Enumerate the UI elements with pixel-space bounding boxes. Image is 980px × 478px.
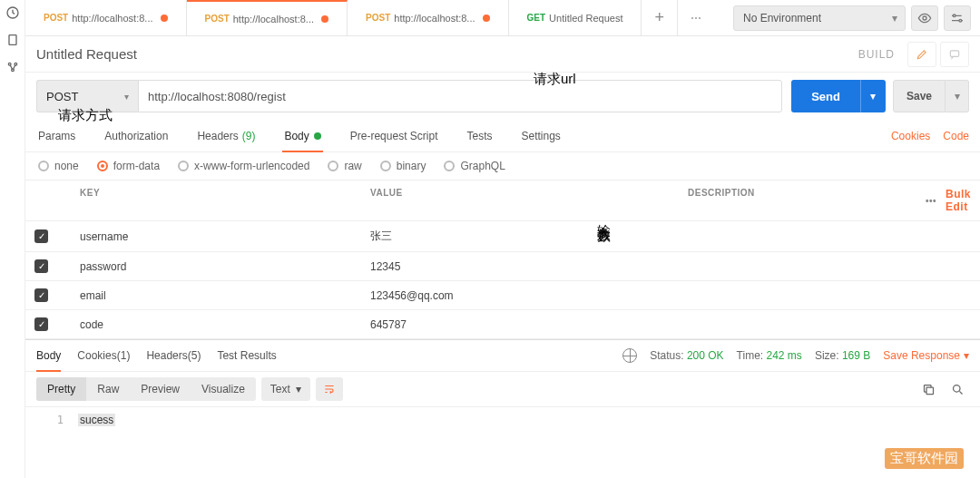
tab-item-active[interactable]: POST http://localhost:8... bbox=[187, 0, 348, 35]
environment-select[interactable]: No Environment bbox=[733, 5, 906, 31]
cell-key[interactable]: code bbox=[71, 310, 361, 338]
tab-params[interactable]: Params bbox=[36, 120, 77, 151]
edit-icon[interactable] bbox=[907, 42, 936, 67]
cell-value[interactable]: 645787 bbox=[361, 310, 679, 338]
body-type-graphql[interactable]: GraphQL bbox=[444, 160, 505, 172]
response-body: 1 sucess bbox=[25, 407, 980, 433]
body-type-raw[interactable]: raw bbox=[328, 160, 361, 172]
body-type-binary[interactable]: binary bbox=[380, 160, 426, 172]
tab-method: POST bbox=[44, 13, 68, 23]
line-number: 1 bbox=[25, 411, 78, 429]
table-options-icon[interactable]: ••• bbox=[926, 196, 936, 206]
svg-point-4 bbox=[11, 69, 14, 72]
tab-method: POST bbox=[205, 14, 230, 24]
globe-icon[interactable] bbox=[622, 348, 637, 363]
title-row: Untitled Request BUILD bbox=[25, 36, 980, 73]
view-mode-segmented: Pretty Raw Preview Visualize bbox=[36, 377, 256, 401]
resp-tab-testresults[interactable]: Test Results bbox=[217, 340, 276, 371]
body-type-urlencoded[interactable]: x-www-form-urlencoded bbox=[178, 160, 309, 172]
table-row[interactable]: password 12345 bbox=[25, 252, 980, 281]
col-value: VALUE bbox=[361, 180, 679, 220]
save-response-dropdown[interactable]: Save Response ▾ bbox=[883, 349, 969, 362]
view-visualize[interactable]: Visualize bbox=[191, 377, 256, 401]
cookies-link[interactable]: Cookies bbox=[891, 130, 930, 142]
table-row[interactable]: username 张三 bbox=[25, 221, 980, 252]
watermark: 宝哥软件园 bbox=[885, 448, 964, 469]
tab-label: http://localhost:8... bbox=[233, 14, 314, 24]
tab-item[interactable]: POST http://localhost:8... bbox=[25, 0, 187, 35]
cell-value[interactable]: 12345 bbox=[361, 252, 679, 280]
cell-description[interactable] bbox=[679, 281, 916, 309]
response-text[interactable]: sucess bbox=[78, 411, 115, 429]
request-url-row: POST Send ▾ Save ▾ 请求url 请求方式 bbox=[25, 73, 980, 120]
body-type-none[interactable]: none bbox=[38, 160, 79, 172]
response-toolbar: Pretty Raw Preview Visualize Text ▾ bbox=[25, 372, 980, 407]
main-panel: POST http://localhost:8... POST http://l… bbox=[25, 0, 980, 478]
save-dropdown[interactable]: ▾ bbox=[946, 80, 969, 112]
row-checkbox[interactable] bbox=[34, 259, 48, 273]
view-preview[interactable]: Preview bbox=[130, 377, 191, 401]
tab-item[interactable]: POST http://localhost:8... bbox=[348, 0, 509, 35]
env-preview-button[interactable] bbox=[911, 5, 938, 31]
comment-icon[interactable] bbox=[940, 42, 969, 67]
cell-description[interactable] bbox=[679, 252, 916, 280]
tab-body[interactable]: Body bbox=[282, 120, 322, 151]
row-checkbox[interactable] bbox=[34, 229, 48, 243]
svg-point-7 bbox=[959, 19, 962, 22]
build-label: BUILD bbox=[858, 48, 895, 61]
view-raw[interactable]: Raw bbox=[86, 377, 130, 401]
cell-key[interactable]: username bbox=[71, 221, 361, 251]
cell-description[interactable] bbox=[679, 310, 916, 338]
cell-key[interactable]: email bbox=[71, 281, 361, 309]
left-rail bbox=[0, 0, 25, 478]
tab-authorization[interactable]: Authorization bbox=[103, 120, 170, 151]
table-row[interactable]: code 645787 bbox=[25, 310, 980, 339]
collections-icon[interactable] bbox=[5, 33, 20, 47]
tab-label: http://localhost:8... bbox=[394, 13, 475, 24]
col-description: DESCRIPTION bbox=[679, 180, 916, 220]
url-input[interactable] bbox=[138, 80, 782, 112]
table-row[interactable]: email 123456@qq.com bbox=[25, 281, 980, 310]
resp-tab-headers[interactable]: Headers (5) bbox=[146, 340, 201, 371]
new-tab-button[interactable]: + bbox=[642, 0, 678, 35]
table-header: KEY VALUE DESCRIPTION ••• Bulk Edit bbox=[25, 180, 980, 221]
row-checkbox[interactable] bbox=[34, 317, 48, 331]
svg-rect-9 bbox=[926, 387, 934, 395]
send-dropdown[interactable]: ▾ bbox=[860, 80, 886, 112]
row-checkbox[interactable] bbox=[34, 288, 48, 302]
history-icon[interactable] bbox=[5, 5, 20, 20]
cell-value[interactable]: 张三 bbox=[361, 221, 679, 251]
code-link[interactable]: Code bbox=[943, 130, 969, 142]
body-type-formdata[interactable]: form-data bbox=[97, 160, 160, 172]
request-subtabs: Params Authorization Headers(9) Body Pre… bbox=[25, 120, 980, 152]
svg-point-5 bbox=[923, 16, 926, 20]
format-dropdown[interactable]: Text ▾ bbox=[261, 377, 310, 401]
cell-description[interactable] bbox=[679, 221, 916, 251]
save-button[interactable]: Save bbox=[893, 80, 946, 112]
response-tabs: Body Cookies (1) Headers (5) Test Result… bbox=[25, 339, 980, 372]
method-dropdown[interactable]: POST bbox=[36, 80, 138, 112]
tab-settings[interactable]: Settings bbox=[520, 120, 563, 151]
cell-key[interactable]: password bbox=[71, 252, 361, 280]
env-settings-button[interactable] bbox=[944, 5, 971, 31]
send-button[interactable]: Send bbox=[791, 80, 860, 112]
tab-overflow-button[interactable]: ⋯ bbox=[678, 0, 714, 35]
tab-tests[interactable]: Tests bbox=[465, 120, 494, 151]
request-title[interactable]: Untitled Request bbox=[36, 46, 858, 62]
wrap-lines-button[interactable] bbox=[316, 377, 343, 401]
unsaved-dot-icon bbox=[483, 15, 490, 22]
bulk-edit-link[interactable]: Bulk Edit bbox=[946, 188, 971, 213]
copy-icon[interactable] bbox=[916, 377, 940, 401]
view-pretty[interactable]: Pretty bbox=[36, 377, 86, 401]
apis-icon[interactable] bbox=[5, 60, 20, 74]
svg-point-2 bbox=[8, 63, 11, 65]
tab-method: POST bbox=[366, 13, 390, 23]
resp-tab-cookies[interactable]: Cookies (1) bbox=[77, 340, 130, 371]
resp-tab-body[interactable]: Body bbox=[36, 340, 61, 371]
unsaved-dot-icon bbox=[321, 15, 328, 23]
tab-headers[interactable]: Headers(9) bbox=[195, 120, 257, 151]
tab-item[interactable]: GET Untitled Request bbox=[509, 0, 642, 35]
cell-value[interactable]: 123456@qq.com bbox=[361, 281, 679, 309]
search-icon[interactable] bbox=[946, 377, 969, 401]
tab-prerequest[interactable]: Pre-request Script bbox=[348, 120, 440, 151]
